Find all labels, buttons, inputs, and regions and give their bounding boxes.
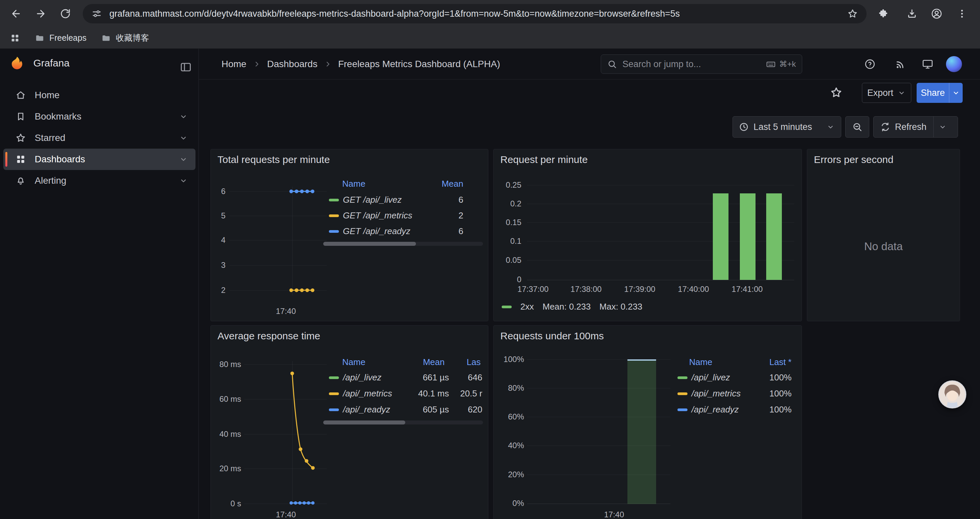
legend-col-last[interactable]: Last * xyxy=(741,357,792,367)
screen: grafana.mathmast.com/d/deytv4rwavabkb/fr… xyxy=(0,0,980,519)
series-name[interactable]: /api/_readyz xyxy=(692,404,751,415)
sidebar-item-label: Alerting xyxy=(35,175,66,186)
time-range-button[interactable]: Last 5 minutes xyxy=(732,116,841,137)
series-color-yellow[interactable] xyxy=(678,393,687,395)
extensions-icon[interactable] xyxy=(876,6,891,21)
series-color-blue[interactable] xyxy=(678,409,687,411)
zoom-out-button[interactable] xyxy=(845,116,869,137)
panel-title[interactable]: Errors per second xyxy=(814,154,893,165)
y-tick: 0% xyxy=(495,498,524,508)
legend-col-last[interactable]: Las xyxy=(467,357,480,367)
dashboards-grid-icon xyxy=(15,154,26,164)
search-shortcut: ⌘+k xyxy=(766,59,796,69)
url-text[interactable]: grafana.mathmast.com/d/deytv4rwavabkb/fr… xyxy=(110,9,840,19)
apps-grid-icon[interactable] xyxy=(10,33,20,43)
legend-col-name[interactable]: Name xyxy=(342,179,365,189)
bookmark-folder-blogs[interactable]: 收藏博客 xyxy=(101,32,149,43)
search-input-wrap: ⌘+k xyxy=(601,54,802,74)
search-input[interactable] xyxy=(622,59,761,70)
forward-icon[interactable] xyxy=(33,6,48,21)
refresh-interval-dropdown[interactable] xyxy=(933,117,952,137)
panel-total-requests: Total requests per minute 6 5 4 3 2 17:4… xyxy=(210,149,488,321)
series-name[interactable]: 2xx xyxy=(520,302,534,312)
sidebar-item-starred[interactable]: Starred xyxy=(3,127,196,149)
panel-title[interactable]: Requests under 100ms xyxy=(500,330,604,342)
legend-col-name[interactable]: Name xyxy=(342,357,365,367)
assistant-avatar[interactable] xyxy=(938,380,966,409)
share-label[interactable]: Share xyxy=(916,83,949,103)
search-icon xyxy=(607,59,617,69)
share-button[interactable]: Share xyxy=(916,83,963,103)
series-name[interactable]: /api/_metrics xyxy=(692,388,751,399)
sidebar-collapse-icon[interactable] xyxy=(180,61,192,73)
browser-toolbar: grafana.mathmast.com/d/deytv4rwavabkb/fr… xyxy=(0,0,980,27)
series-color-yellow[interactable] xyxy=(329,214,339,217)
y-tick: 40% xyxy=(495,441,524,450)
legend-row: /api/_livez 100% xyxy=(678,370,792,385)
chevron-down-icon[interactable] xyxy=(179,155,188,164)
legend-row: /api/_metrics 100% xyxy=(678,386,792,401)
legend-row: GET /api/_livez 6 xyxy=(329,192,463,208)
sidebar-item-bookmarks[interactable]: Bookmarks xyxy=(3,106,196,127)
back-icon[interactable] xyxy=(9,6,23,21)
favorite-star-icon[interactable] xyxy=(830,86,843,99)
legend-row: GET /api/_metrics 2 xyxy=(329,208,463,224)
series-color-blue[interactable] xyxy=(329,230,339,233)
legend-row: 2xx Mean: 0.233 Max: 0.233 xyxy=(502,299,675,315)
series-color-yellow[interactable] xyxy=(329,393,339,395)
chevron-down-icon[interactable] xyxy=(179,176,188,185)
series-color-green[interactable] xyxy=(329,376,339,379)
series-name[interactable]: /api/_readyz xyxy=(343,404,399,415)
legend-col-name[interactable]: Name xyxy=(689,357,712,367)
series-color-green[interactable] xyxy=(678,376,687,379)
series-name[interactable]: /api/_metrics xyxy=(343,388,399,399)
chevron-down-icon[interactable] xyxy=(179,133,188,143)
user-avatar[interactable] xyxy=(946,56,962,72)
sidebar-item-dashboards[interactable]: Dashboards xyxy=(3,149,196,170)
series-name[interactable]: GET /api/_metrics xyxy=(343,211,433,221)
brand-name: Grafana xyxy=(33,57,69,69)
grafana-logo-icon[interactable] xyxy=(10,56,25,71)
bookmark-star-icon[interactable] xyxy=(847,8,858,19)
series-name[interactable]: /api/_livez xyxy=(692,372,751,383)
refresh-button[interactable]: Refresh xyxy=(873,117,933,137)
sidebar-item-alerting[interactable]: Alerting xyxy=(3,170,196,192)
chevron-right-icon xyxy=(253,60,261,69)
share-dropdown[interactable] xyxy=(949,83,963,103)
scrollbar-thumb[interactable] xyxy=(323,420,405,425)
news-rss-icon[interactable] xyxy=(892,56,908,72)
bookmark-folder-freeleaps[interactable]: Freeleaps xyxy=(35,33,86,43)
panel-request-per-minute: Request per minute 0.25 0.2 0.15 0.1 0.0… xyxy=(493,149,802,321)
legend-scrollbar[interactable] xyxy=(323,420,483,425)
breadcrumb-dashboards[interactable]: Dashboards xyxy=(267,59,318,69)
series-color-green[interactable] xyxy=(329,199,339,201)
series-color-green[interactable] xyxy=(502,306,512,308)
downloads-icon[interactable] xyxy=(905,6,919,21)
panel-errors-per-second: Errors per second No data xyxy=(807,149,960,321)
breadcrumb-current: Freeleaps Metrics Dashboard (ALPHA) xyxy=(338,59,500,69)
export-button[interactable]: Export xyxy=(862,83,911,103)
breadcrumb-home[interactable]: Home xyxy=(221,59,247,69)
series-name[interactable]: /api/_livez xyxy=(343,372,399,383)
chevron-down-icon[interactable] xyxy=(179,112,188,121)
time-range-label: Last 5 minutes xyxy=(754,122,822,132)
bookmark-icon xyxy=(15,111,26,122)
site-info-icon[interactable] xyxy=(91,8,102,19)
series-last: 100% xyxy=(751,404,792,415)
sidebar-item-home[interactable]: Home xyxy=(3,85,196,106)
url-bar[interactable]: grafana.mathmast.com/d/deytv4rwavabkb/fr… xyxy=(83,4,867,23)
series-name[interactable]: GET /api/_livez xyxy=(343,195,433,205)
series-mean: 661 µs xyxy=(399,372,449,383)
legend-col-mean[interactable]: Mean xyxy=(395,357,445,367)
scrollbar-thumb[interactable] xyxy=(323,242,416,246)
menu-dots-icon[interactable] xyxy=(955,6,969,21)
series-name[interactable]: GET /api/_readyz xyxy=(343,226,433,236)
series-color-blue[interactable] xyxy=(329,409,339,411)
monitor-icon[interactable] xyxy=(920,56,935,72)
legend-col-mean[interactable]: Mean xyxy=(430,179,463,189)
help-icon[interactable] xyxy=(862,56,878,72)
legend-scrollbar[interactable] xyxy=(323,242,483,246)
panel-requests-under-100ms: Requests under 100ms 100% 80% 60% 40% 20… xyxy=(493,325,802,519)
profile-icon[interactable] xyxy=(929,6,944,21)
reload-icon[interactable] xyxy=(58,6,73,21)
